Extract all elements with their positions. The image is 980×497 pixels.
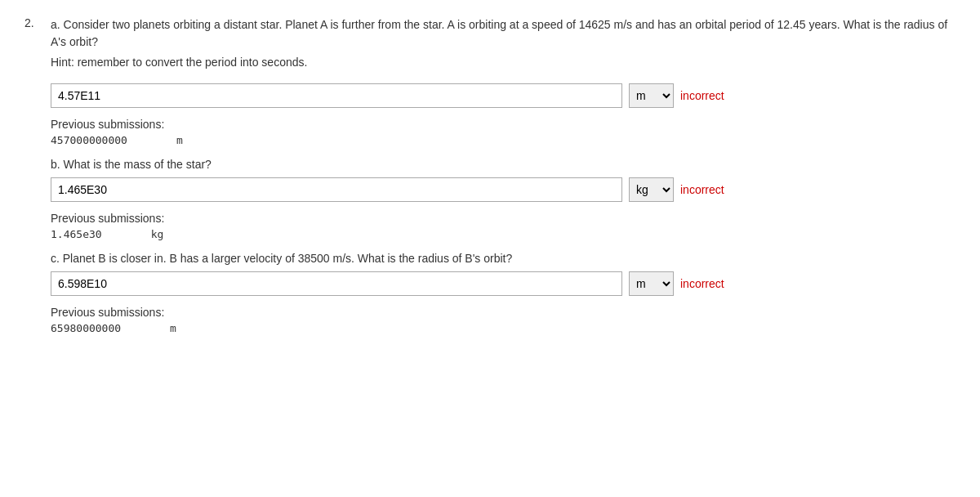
question-number: 2. [24, 16, 41, 29]
part-a-label: a. [51, 18, 60, 31]
previous-b-label: Previous submissions: [51, 212, 164, 225]
part-a-text: Consider two planets orbiting a distant … [51, 18, 947, 48]
part-b-label: b. [51, 158, 60, 171]
previous-c-value: 65980000000 [51, 322, 121, 334]
previous-b-unit: kg [151, 228, 164, 240]
answer-b-input[interactable] [51, 177, 622, 202]
status-badge-a: incorrect [680, 89, 724, 102]
hint-text: Hint: remember to convert the period int… [51, 56, 307, 69]
answer-c-input[interactable] [51, 271, 622, 296]
unit-select-b[interactable]: kg g [629, 177, 674, 202]
part-c-text: Planet B is closer in. B has a larger ve… [63, 252, 512, 265]
previous-a-unit: m [176, 134, 183, 146]
previous-a-label: Previous submissions: [51, 118, 164, 131]
answer-a-input[interactable] [51, 83, 622, 108]
status-badge-b: incorrect [680, 183, 724, 196]
previous-c-unit: m [170, 322, 176, 334]
previous-c-label: Previous submissions: [51, 306, 164, 319]
previous-a-value: 457000000000 [51, 134, 127, 146]
previous-b-value: 1.465e30 [51, 228, 102, 240]
part-b-text: What is the mass of the star? [64, 158, 212, 171]
unit-select-a[interactable]: m km cm [629, 83, 674, 108]
unit-select-c[interactable]: m km cm [629, 271, 674, 296]
part-c-label: c. [51, 252, 60, 265]
status-badge-c: incorrect [680, 277, 724, 290]
